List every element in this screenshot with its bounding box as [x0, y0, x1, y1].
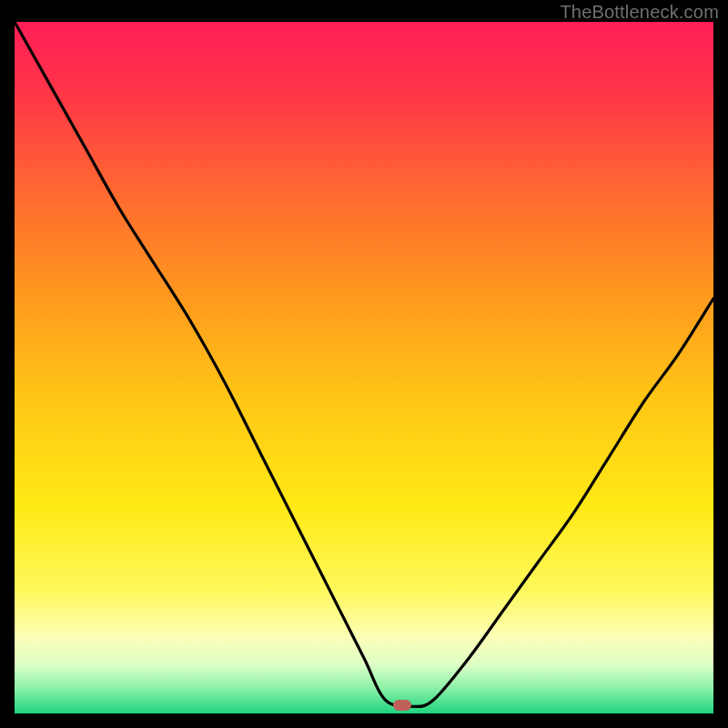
- plot-area: [15, 22, 713, 713]
- minimum-marker: [393, 700, 411, 711]
- gradient-background: [15, 22, 713, 713]
- chart-svg: [15, 22, 713, 713]
- watermark-text: TheBottleneck.com: [560, 2, 719, 23]
- chart-frame: TheBottleneck.com: [0, 0, 728, 728]
